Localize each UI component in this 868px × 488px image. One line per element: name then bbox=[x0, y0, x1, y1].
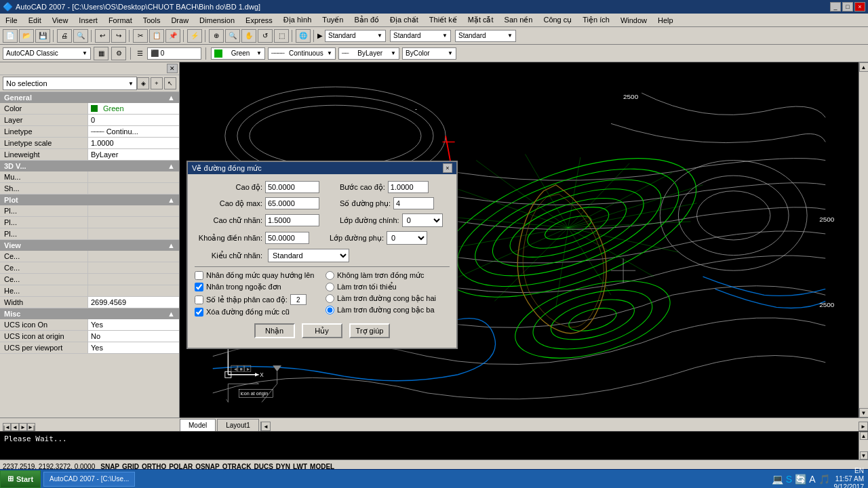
tab-scroll-left-start[interactable]: |◄ bbox=[3, 423, 11, 431]
rb-bac-hai-input[interactable] bbox=[326, 294, 334, 303]
undo-button[interactable]: ↩ bbox=[95, 29, 110, 43]
preview-button[interactable]: 🔍 bbox=[73, 29, 88, 43]
minimize-button[interactable]: _ bbox=[830, 2, 841, 12]
drawing-canvas[interactable]: 2500 2500 - 2500 X Y bbox=[180, 62, 859, 418]
section-misc[interactable]: Misc ▲ bbox=[0, 308, 179, 319]
cb-ngoac-don-input[interactable] bbox=[195, 283, 203, 291]
start-button[interactable]: ⊞ Start bbox=[0, 470, 41, 488]
paste-button[interactable]: 📌 bbox=[165, 29, 180, 43]
cb-xoa-cu-input[interactable] bbox=[195, 308, 203, 317]
match-props-button[interactable]: ⚡ bbox=[187, 29, 202, 43]
section-plot[interactable]: Plot ▲ bbox=[0, 195, 179, 205]
cao-chu-nhan-input[interactable] bbox=[265, 214, 319, 226]
lineweight-dropdown[interactable]: ── ByLayer ▼ bbox=[338, 47, 399, 60]
save-button[interactable]: 💾 bbox=[35, 29, 50, 43]
menu-edit[interactable]: Edit bbox=[23, 15, 47, 26]
menu-insert[interactable]: Insert bbox=[73, 15, 103, 26]
workspace-dropdown[interactable]: AutoCAD Classic▼ bbox=[3, 47, 91, 60]
width-value[interactable]: 2699.4569 bbox=[88, 297, 179, 308]
huy-button[interactable]: Hủy bbox=[302, 323, 342, 338]
lop-phu-select[interactable]: 0 bbox=[387, 231, 427, 245]
menu-tien-ich[interactable]: Tiện ích bbox=[577, 14, 615, 26]
menu-tuyen[interactable]: Tuyến bbox=[317, 14, 349, 26]
cao-do-input[interactable] bbox=[265, 181, 319, 193]
menu-draw[interactable]: Draw bbox=[165, 15, 194, 26]
so-duong-phu-input[interactable] bbox=[393, 197, 434, 209]
workspace-icon2[interactable]: ⚙ bbox=[111, 47, 126, 60]
section-general[interactable]: General ▲ bbox=[0, 92, 179, 103]
menu-view[interactable]: View bbox=[47, 15, 74, 26]
workspace-standard-dropdown[interactable]: Standard▼ bbox=[390, 30, 451, 42]
scroll-left-button[interactable]: ◄ bbox=[261, 422, 271, 431]
selection-dropdown[interactable]: No selection ▼ bbox=[3, 77, 137, 90]
pan-button[interactable]: ✋ bbox=[241, 29, 256, 43]
visual-style-dropdown[interactable]: Standard▼ bbox=[325, 30, 386, 42]
tab-scroll-right[interactable]: ► bbox=[19, 423, 27, 431]
menu-san-nen[interactable]: San nền bbox=[499, 14, 538, 26]
cut-button[interactable]: ✂ bbox=[133, 29, 148, 43]
tro-giup-button[interactable]: Trợ giúp bbox=[349, 323, 391, 338]
tab-layout1[interactable]: Layout1 bbox=[217, 419, 259, 431]
panel-close-button[interactable]: ✕ bbox=[167, 64, 178, 73]
3d-orbit-button[interactable]: 🌐 bbox=[296, 29, 311, 43]
kieu-select[interactable]: Standard bbox=[268, 249, 349, 262]
menu-dia-hinh[interactable]: Địa hình bbox=[278, 14, 317, 26]
layer-input[interactable]: ⬛ 0 bbox=[147, 47, 201, 60]
tray-icon-2[interactable]: 🔄 bbox=[795, 474, 806, 485]
color-dropdown[interactable]: Green ▼ bbox=[211, 47, 265, 60]
taskbar-app-item[interactable]: AutoCAD 2007 - [C:\Use... bbox=[43, 472, 135, 487]
tab-model[interactable]: Model bbox=[180, 419, 216, 431]
cmd-scroll-up[interactable]: ▲ bbox=[860, 432, 868, 440]
menu-help[interactable]: Help bbox=[652, 15, 679, 26]
rb-bac-ba-input[interactable] bbox=[326, 306, 334, 314]
title-controls[interactable]: _ □ × bbox=[830, 2, 865, 12]
toggle-select-all-icon[interactable]: ◈ bbox=[137, 77, 149, 89]
linetype-dropdown[interactable]: ──── Continuous ▼ bbox=[268, 47, 336, 60]
dialog-title-bar[interactable]: Vẽ đường đồng mức × bbox=[188, 162, 456, 174]
menu-tools[interactable]: Tools bbox=[138, 15, 166, 26]
scroll-up-button[interactable]: ▲ bbox=[859, 62, 869, 72]
menu-dimension[interactable]: Dimension bbox=[194, 15, 240, 26]
workspace-standard-dropdown2[interactable]: Standard▼ bbox=[455, 30, 516, 42]
tray-icon-1[interactable]: 💻 bbox=[772, 474, 783, 485]
zoom-window-button[interactable]: ⬚ bbox=[274, 29, 289, 43]
menu-file[interactable]: File bbox=[0, 15, 23, 26]
menu-window[interactable]: Window bbox=[615, 15, 652, 26]
menu-mat-cat[interactable]: Mặt cắt bbox=[462, 14, 499, 26]
so-le-value-input[interactable] bbox=[290, 294, 307, 305]
cb-so-le-input[interactable] bbox=[195, 296, 203, 304]
redo-button[interactable]: ↪ bbox=[111, 29, 126, 43]
tray-icon-4[interactable]: 🎵 bbox=[818, 474, 830, 485]
cao-do-max-input[interactable] bbox=[265, 197, 319, 209]
section-3d[interactable]: 3D V... ▲ bbox=[0, 161, 179, 171]
tray-icon-skype[interactable]: S bbox=[786, 474, 792, 485]
ucs-viewport-value[interactable]: Yes bbox=[88, 342, 179, 353]
scroll-right-button[interactable]: ► bbox=[859, 422, 868, 431]
ucs-icon-on-value[interactable]: Yes bbox=[88, 319, 179, 330]
menu-express[interactable]: Express bbox=[240, 15, 278, 26]
section-view[interactable]: View ▲ bbox=[0, 240, 179, 251]
khoang-dien-nhan-input[interactable] bbox=[265, 232, 309, 244]
scroll-horizontal[interactable]: ◄ ► bbox=[260, 422, 868, 431]
open-button[interactable]: 📂 bbox=[19, 29, 34, 43]
rb-khong-tron-input[interactable] bbox=[326, 271, 334, 280]
menu-format[interactable]: Format bbox=[103, 15, 138, 26]
nhan-button[interactable]: Nhận bbox=[254, 323, 295, 338]
cmd-scroll-down[interactable]: ▼ bbox=[860, 451, 868, 460]
maximize-button[interactable]: □ bbox=[842, 2, 853, 12]
dialog-close-button[interactable]: × bbox=[443, 163, 452, 173]
close-button[interactable]: × bbox=[854, 2, 865, 12]
tab-scroll-right-end[interactable]: ►| bbox=[27, 423, 35, 431]
tab-scroll-left[interactable]: ◄ bbox=[11, 423, 19, 431]
select-objects-icon[interactable]: ↖ bbox=[164, 77, 176, 89]
menu-dia-chat[interactable]: Địa chất bbox=[384, 14, 424, 26]
menu-cong-cu[interactable]: Công cụ bbox=[538, 14, 577, 26]
cb-huong-len-input[interactable] bbox=[195, 271, 203, 280]
menu-thiet-ke[interactable]: Thiết kế bbox=[424, 14, 462, 26]
new-button[interactable]: 📄 bbox=[3, 29, 18, 43]
scroll-down-button[interactable]: ▼ bbox=[859, 408, 869, 418]
print-button[interactable]: 🖨 bbox=[57, 29, 72, 43]
copy-button[interactable]: 📋 bbox=[149, 29, 164, 43]
rb-toi-thieu-input[interactable] bbox=[326, 283, 334, 291]
workspace-icon[interactable]: ▦ bbox=[94, 47, 108, 60]
